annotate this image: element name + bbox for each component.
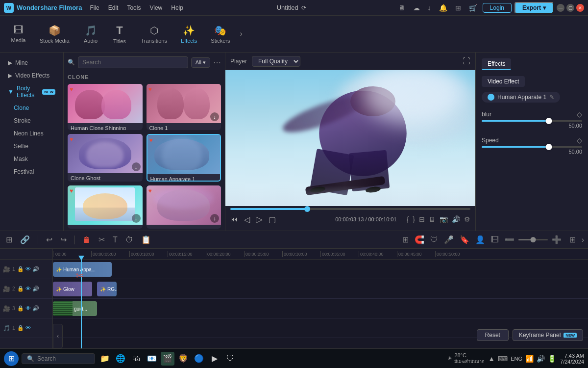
effect-card-6[interactable]: ♥ ↓: [147, 185, 221, 229]
taskbar-lang[interactable]: ENG: [511, 356, 522, 362]
tl-magnet-btn[interactable]: 🧲: [413, 234, 426, 245]
volume-icon[interactable]: 🔊: [452, 215, 460, 223]
sidebar-item-video-effects[interactable]: ▶ Video Effects: [0, 69, 63, 82]
tool-media[interactable]: 🎞 Media: [5, 22, 32, 46]
effect-card-5[interactable]: ♥ ↓: [68, 185, 143, 229]
login-button[interactable]: Login: [483, 3, 512, 13]
tool-transitions[interactable]: ⬡ Transitions: [135, 22, 173, 47]
effect-card-clone-ghost[interactable]: ♥ ↓ Clone Ghost: [68, 134, 143, 182]
frame-back-button[interactable]: ◁: [244, 215, 250, 224]
blur-slider-thumb[interactable]: [546, 118, 552, 124]
sidebar-item-mask[interactable]: Mask: [0, 153, 63, 165]
sidebar-item-stroke[interactable]: Stroke: [0, 114, 63, 127]
tl-add-track-btn[interactable]: ⊞: [400, 234, 411, 245]
tl-person-btn[interactable]: 👤: [473, 234, 487, 245]
sidebar-item-selfie[interactable]: Selfie: [0, 140, 63, 153]
close-button[interactable]: ✕: [576, 4, 584, 12]
monitor-icon[interactable]: 🖥: [396, 3, 408, 13]
taskbar-keyboard-icon[interactable]: ⌨: [498, 355, 508, 363]
play-button[interactable]: ▷: [256, 214, 263, 225]
menu-view[interactable]: View: [146, 3, 166, 12]
sidebar-item-neon-lines[interactable]: Neon Lines: [0, 127, 63, 140]
bell-icon[interactable]: 🔔: [437, 3, 450, 13]
cloud-icon[interactable]: ☁: [411, 3, 422, 13]
cart-icon[interactable]: 🛒: [466, 3, 480, 13]
quality-select[interactable]: Full Quality: [252, 56, 300, 67]
export-button[interactable]: Export ▾: [514, 2, 554, 14]
track-vis-3[interactable]: 👁: [25, 305, 31, 312]
taskbar-app-brave[interactable]: 🦁: [176, 352, 190, 366]
timeline-clip-glow[interactable]: ✨ Glow: [53, 282, 92, 296]
menu-help[interactable]: Help: [167, 3, 187, 12]
stop-button[interactable]: ▢: [269, 215, 276, 224]
tl-expand-btn[interactable]: ›: [582, 236, 584, 244]
tl-zoom-thumb[interactable]: [530, 237, 536, 242]
tl-film-btn[interactable]: 🎞: [489, 235, 501, 245]
player-progress-bar[interactable]: [230, 208, 470, 210]
menu-tools[interactable]: Tools: [123, 3, 145, 12]
sidebar-item-clone[interactable]: Clone: [0, 102, 63, 114]
settings-icon[interactable]: ⚙: [464, 215, 470, 223]
tl-plus-btn[interactable]: ➕: [550, 234, 564, 245]
tool-audio[interactable]: 🎵 Audio: [77, 22, 104, 47]
tl-delete-btn[interactable]: 🗑: [81, 235, 93, 245]
tool-stickers[interactable]: 🎭 Stickers: [205, 22, 236, 47]
taskbar-clock[interactable]: 7:43 AM 7/24/2024: [560, 353, 584, 365]
maximize-button[interactable]: ▢: [566, 4, 574, 12]
taskbar-app-mail[interactable]: 📧: [145, 352, 159, 366]
track-vol-3[interactable]: 🔊: [32, 305, 39, 312]
effects-filter-dropdown[interactable]: All ▾: [191, 57, 210, 68]
taskbar-app-youtube[interactable]: ▶: [208, 352, 221, 366]
blur-reset-icon[interactable]: ◇: [577, 110, 582, 118]
timeline-clip-rg[interactable]: ✨ RG...: [97, 282, 117, 296]
snapshot-icon[interactable]: 📷: [440, 215, 448, 223]
taskbar-app-store[interactable]: 🛍: [129, 352, 143, 366]
taskbar-volume-icon[interactable]: 🔊: [537, 355, 545, 363]
start-button[interactable]: ⊞: [4, 351, 19, 366]
track-vis-audio[interactable]: 👁: [25, 325, 31, 331]
apps-icon[interactable]: ⊞: [453, 3, 464, 13]
taskbar-wifi-icon[interactable]: 📶: [525, 355, 534, 363]
tl-minus-btn[interactable]: ➖: [503, 234, 516, 245]
track-lock-1[interactable]: 🔒: [17, 266, 24, 272]
blur-slider-track[interactable]: [482, 120, 582, 122]
tab-video-effect[interactable]: Video Effect: [482, 76, 525, 87]
speed-reset-icon[interactable]: ◇: [577, 136, 582, 144]
minimize-button[interactable]: —: [557, 4, 564, 12]
effect-card-human-clone[interactable]: ♥ Human Clone Shinning: [68, 84, 143, 130]
menu-file[interactable]: File: [86, 3, 103, 12]
taskbar-search[interactable]: 🔍 Search: [22, 353, 95, 364]
tl-undo-btn[interactable]: ↩: [44, 234, 54, 245]
speed-slider-thumb[interactable]: [546, 144, 552, 150]
track-lock-3[interactable]: 🔒: [17, 305, 24, 312]
tool-titles[interactable]: T Titles: [106, 21, 133, 47]
tab-effects[interactable]: Effects: [482, 58, 511, 70]
sidebar-item-body-effects[interactable]: ▼ Body Effects NEW: [0, 82, 63, 102]
effect-card-human-apparate[interactable]: ♥ Human Apparate 1: [147, 134, 221, 182]
menu-edit[interactable]: Edit: [104, 3, 122, 12]
taskbar-app-edge[interactable]: 🌐: [114, 352, 127, 366]
track-vis-2[interactable]: 👁: [25, 286, 31, 292]
split-icon[interactable]: ⊟: [419, 215, 425, 223]
effect-edit-icon[interactable]: ✎: [549, 94, 554, 101]
mark-in-icon[interactable]: {: [407, 215, 409, 223]
tl-timer-btn[interactable]: ⏱: [123, 235, 135, 245]
track-vol-2[interactable]: 🔊: [32, 286, 39, 292]
tl-zoom-track[interactable]: [518, 239, 548, 240]
taskbar-app-chrome[interactable]: 🔵: [192, 352, 206, 366]
track-vis-1[interactable]: 👁: [25, 266, 31, 272]
tl-text-btn[interactable]: T: [111, 235, 120, 245]
taskbar-app-filmora[interactable]: 🎬: [161, 352, 174, 366]
taskbar-up-icon[interactable]: ▲: [488, 355, 495, 363]
tl-mark-btn[interactable]: 🔖: [458, 234, 471, 245]
tl-link-btn[interactable]: 🔗: [18, 234, 32, 245]
effects-more-btn[interactable]: ⋯: [213, 58, 221, 67]
sidebar-item-mine[interactable]: ▶ Mine: [0, 56, 63, 69]
tool-effects[interactable]: ✨ Effects: [175, 22, 203, 47]
effect-card-clone1[interactable]: ♥ ↓ Clone 1: [147, 84, 221, 130]
track-lock-2[interactable]: 🔒: [17, 286, 24, 292]
tl-mic-btn[interactable]: 🎤: [442, 234, 456, 245]
tl-redo-btn[interactable]: ↪: [58, 234, 69, 245]
toolbar-expand[interactable]: ›: [240, 29, 242, 38]
track-vol-1[interactable]: 🔊: [32, 266, 39, 272]
